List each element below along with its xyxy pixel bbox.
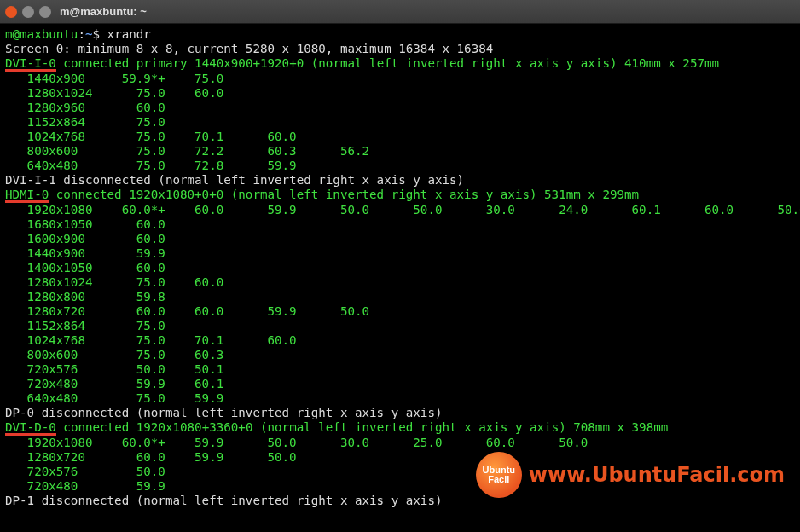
mode-line: 800x600 75.0 72.2 60.3 56.2 xyxy=(5,144,413,158)
window-controls xyxy=(5,6,51,18)
ubuntu-logo-icon: Ubuntu Facil xyxy=(476,452,522,498)
mode-line: 1280x1024 75.0 60.0 xyxy=(5,86,268,100)
mode-line: 1600x900 60.0 xyxy=(5,232,194,246)
mode-line: 720x480 59.9 60.1 xyxy=(5,377,268,390)
minimize-icon[interactable] xyxy=(22,6,34,18)
mode-line: 1400x1050 60.0 xyxy=(5,261,194,275)
mode-line: 1280x1024 75.0 60.0 xyxy=(5,275,268,289)
mode-line: 800x600 75.0 60.3 xyxy=(5,348,268,361)
mode-line: 640x480 75.0 72.8 59.9 xyxy=(5,159,340,172)
output-disconnected: DP-1 disconnected (normal left inverted … xyxy=(5,494,443,507)
prompt-path: ~ xyxy=(85,27,93,41)
watermark: Ubuntu Facil www.UbuntuFacil.com xyxy=(476,452,785,498)
mode-line: 1024x768 75.0 70.1 60.0 xyxy=(5,130,340,143)
close-icon[interactable] xyxy=(5,6,17,18)
mode-line: 1920x1080 60.0*+ 59.9 50.0 30.0 25.0 60.… xyxy=(5,436,632,449)
window-titlebar: m@maxbuntu: ~ xyxy=(0,0,800,24)
mode-line: 1440x900 59.9 xyxy=(5,246,194,260)
output-disconnected: DVI-I-1 disconnected (normal left invert… xyxy=(5,173,464,187)
output-connected: HDMI-0 connected 1920x1080+0+0 (normal l… xyxy=(5,188,639,201)
output-disconnected: DP-0 disconnected (normal left inverted … xyxy=(5,406,443,419)
mode-line: 640x480 75.0 59.9 xyxy=(5,391,268,405)
command-text: xrandr xyxy=(107,27,151,41)
mode-line: 720x480 59.9 xyxy=(5,479,194,493)
mode-line: 720x576 50.0 50.1 xyxy=(5,362,268,376)
watermark-url: www.UbuntuFacil.com xyxy=(529,468,785,483)
mode-line: 1280x960 60.0 xyxy=(5,101,194,114)
window-title: m@maxbuntu: ~ xyxy=(60,5,147,18)
mode-line: 720x576 50.0 xyxy=(5,465,194,478)
mode-line: 1280x800 59.8 xyxy=(5,290,194,304)
screen-info: Screen 0: minimum 8 x 8, current 5280 x … xyxy=(5,42,493,55)
mode-line: 1024x768 75.0 70.1 60.0 xyxy=(5,333,340,347)
prompt-user: m@maxbuntu xyxy=(5,27,78,41)
mode-line: 1280x720 60.0 60.0 59.9 50.0 xyxy=(5,304,413,318)
mode-line: 1680x1050 60.0 xyxy=(5,217,194,231)
output-connected: DVI-I-0 connected primary 1440x900+1920+… xyxy=(5,56,719,70)
mode-line: 1280x720 60.0 59.9 50.0 xyxy=(5,450,340,464)
mode-line: 1152x864 75.0 xyxy=(5,115,194,129)
mode-line: 1440x900 59.9*+ 75.0 xyxy=(5,72,268,85)
terminal-output[interactable]: m@maxbuntu:~$ xrandr Screen 0: minimum 8… xyxy=(0,24,800,532)
output-connected: DVI-D-0 connected 1920x1080+3360+0 (norm… xyxy=(5,420,668,434)
maximize-icon[interactable] xyxy=(39,6,51,18)
mode-line: 1920x1080 60.0*+ 60.0 59.9 50.0 50.0 30.… xyxy=(5,203,800,217)
mode-line: 1152x864 75.0 xyxy=(5,319,194,332)
